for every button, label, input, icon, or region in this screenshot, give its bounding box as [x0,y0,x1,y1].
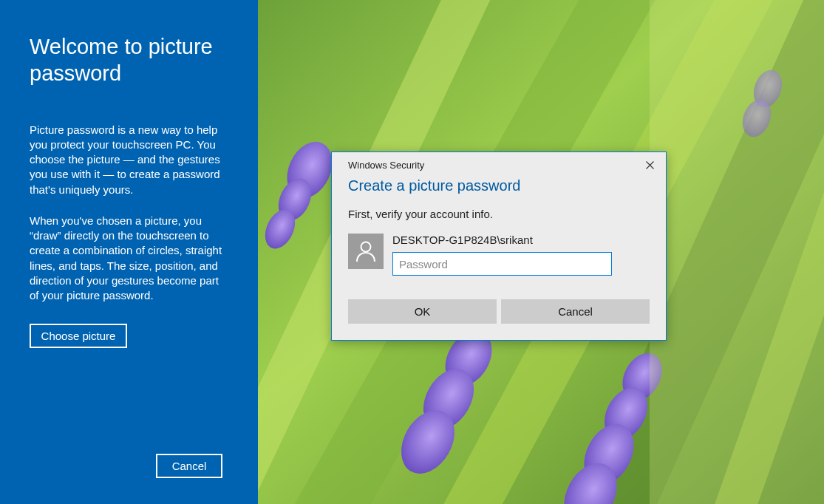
page-title: Welcome to picture password [30,33,228,87]
close-button[interactable] [633,152,666,177]
password-input[interactable] [392,252,612,276]
avatar [348,234,384,269]
ok-button[interactable]: OK [348,299,497,324]
user-icon [355,240,376,262]
svg-rect-16 [650,0,824,504]
sidebar-cancel-button[interactable]: Cancel [156,454,222,478]
sidebar-paragraph-2: When you've chosen a picture, you “draw”… [30,214,228,304]
sidebar-panel: Welcome to picture password Picture pass… [0,0,258,504]
credential-dialog: Windows Security Create a picture passwo… [331,151,667,341]
dialog-heading: Create a picture password [348,177,650,194]
dialog-cancel-button[interactable]: Cancel [501,299,650,324]
dialog-instruction: First, verify your account info. [348,208,650,220]
dialog-window-title: Windows Security [348,160,424,171]
choose-picture-button[interactable]: Choose picture [30,324,127,348]
sidebar-paragraph-1: Picture password is a new way to help yo… [30,123,228,197]
dialog-titlebar[interactable]: Windows Security [332,152,666,177]
svg-point-17 [361,242,371,252]
close-icon [646,161,654,169]
account-name: DESKTOP-G1P824B\srikant [392,234,650,246]
